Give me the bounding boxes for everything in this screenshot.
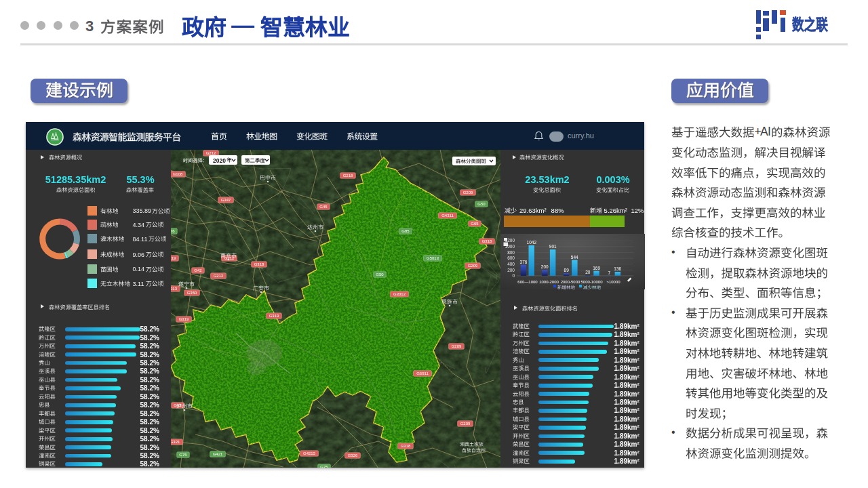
svg-text:G3012: G3012 [393,292,406,296]
svg-text:G50: G50 [376,272,384,277]
svg-text:G350: G350 [187,291,197,295]
svg-text:G318: G318 [401,444,411,448]
svg-text:600: 600 [507,256,515,260]
svg-text:G212: G212 [224,256,235,260]
svg-text:G76: G76 [179,453,187,457]
svg-text:G75: G75 [320,465,328,468]
svg-text:G321: G321 [170,440,180,444]
svg-text:G218: G218 [343,174,353,178]
svg-text:G421: G421 [213,452,223,456]
svg-text:G318: G318 [482,239,492,243]
svg-text:G4215: G4215 [303,451,316,455]
svg-text:G209: G209 [463,190,473,195]
svg-text:20: 20 [585,270,591,274]
svg-text:544: 544 [571,255,578,260]
svg-text:G319: G319 [179,317,189,321]
svg-text:136: 136 [614,266,621,271]
svg-text:5000-10000: 5000-10000 [580,280,603,284]
svg-text:400: 400 [507,262,515,266]
svg-text:2000-5000: 2000-5000 [561,280,580,284]
svg-text:G85: G85 [401,229,410,233]
svg-text:G209: G209 [460,422,471,426]
svg-text:G347: G347 [221,198,231,202]
svg-text:G6911: G6911 [416,371,429,375]
svg-text:G42: G42 [194,268,202,272]
svg-text:G209: G209 [452,344,462,348]
svg-text:G319: G319 [269,314,279,318]
svg-text:376: 376 [520,260,528,264]
svg-text:G318: G318 [254,262,264,266]
svg-text:169: 169 [593,266,600,270]
svg-text:800: 800 [507,250,515,255]
svg-text:G45: G45 [319,205,328,209]
svg-text:G5013: G5013 [427,256,439,260]
svg-text:G4311: G4311 [441,214,454,218]
svg-text:0: 0 [512,273,515,278]
svg-text:G326: G326 [348,453,358,458]
svg-text:G108: G108 [173,172,183,176]
svg-text:G65: G65 [471,222,479,226]
svg-text:901: 901 [549,244,557,249]
svg-text:G209: G209 [468,264,478,268]
svg-text:600—1000: 600—1000 [517,280,538,284]
svg-text:200: 200 [507,268,515,272]
svg-text:>10000: >10000 [606,280,620,284]
svg-text:7: 7 [608,270,610,275]
svg-text:200: 200 [541,264,549,269]
svg-text:G212: G212 [214,274,224,278]
svg-text:1042: 1042 [527,240,537,245]
svg-text:89: 89 [564,268,570,272]
svg-text:1000-2000: 1000-2000 [539,280,559,284]
svg-text:G50: G50 [477,202,486,206]
